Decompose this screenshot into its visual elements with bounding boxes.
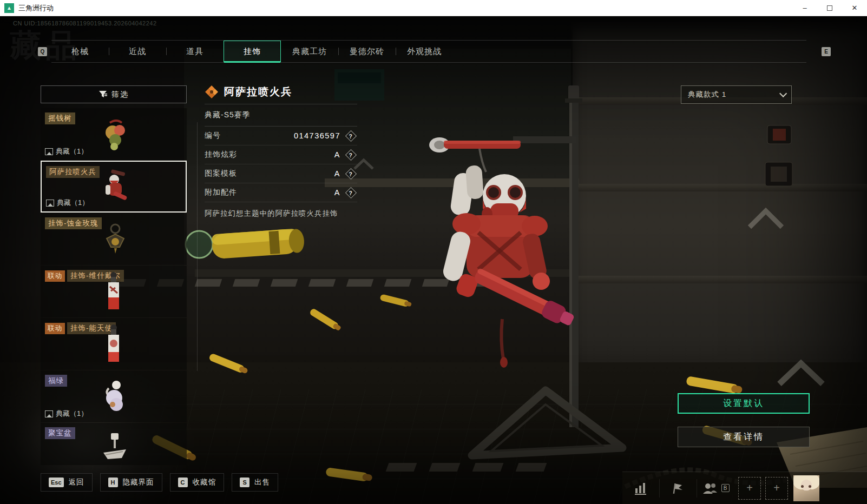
app-window: ▲ 三角洲行动 – ✕ — [0, 0, 867, 504]
list-item-gilded-rose[interactable]: 挂饰-蚀金玫瑰 — [41, 213, 187, 265]
tab-gear[interactable]: 道具 — [166, 41, 224, 62]
close-button[interactable]: ✕ — [842, 0, 867, 16]
picture-icon — [46, 200, 54, 207]
tab-mandel-brick[interactable]: 曼德尔砖 — [338, 41, 396, 62]
report-button[interactable] — [660, 476, 697, 500]
hotkey-sell[interactable]: S 出售 — [232, 473, 278, 492]
detail-row-serial: 编号 014736597 ? — [205, 127, 357, 145]
hotkey-collection-hall[interactable]: C 收藏馆 — [170, 473, 225, 492]
charm-thumbnail — [95, 220, 133, 258]
empty-slot-add-1[interactable]: + — [738, 477, 761, 500]
tabbar-bottom-line — [51, 62, 806, 63]
flag-icon — [671, 482, 685, 495]
picture-icon — [45, 410, 53, 417]
charm-name: 福绿 — [45, 375, 67, 387]
charm-season: 典藏-S5赛季 — [205, 104, 357, 126]
charm-thumbnail — [95, 116, 133, 152]
charm-title: 阿萨拉喷火兵 — [224, 85, 292, 99]
charm-name: 阿萨拉喷火兵 — [46, 166, 100, 178]
s-key: S — [240, 478, 249, 487]
minimize-button[interactable]: – — [792, 0, 817, 16]
esc-key: Esc — [49, 478, 64, 487]
empty-slot-add-2[interactable]: + — [765, 477, 788, 500]
game-viewport: CN UID:185618786081199019453.20260404224… — [0, 16, 867, 504]
help-icon[interactable]: ? — [345, 187, 357, 198]
linkage-badge: 联动 — [45, 270, 65, 282]
charm-thumbnail — [95, 431, 133, 465]
serial-value: 014736597 — [294, 131, 340, 140]
list-item-wisadel[interactable]: 联动 挂饰-维什戴尔 — [41, 266, 187, 317]
view-details-button[interactable]: 查看详情 — [678, 427, 810, 447]
charm-rarity-icon — [205, 85, 219, 99]
charm-sidebar: 筛选 摇钱树 典藏（1） 阿萨拉喷火兵 — [41, 85, 187, 465]
charm-thumbnail — [95, 377, 133, 415]
friends-button[interactable]: B — [697, 476, 734, 500]
maximize-icon — [827, 5, 832, 11]
panel-divider — [197, 122, 198, 371]
help-icon[interactable]: ? — [345, 149, 357, 160]
accessory-value: A — [334, 188, 340, 197]
hotkey-bar: Esc 返回 H 隐藏界面 C 收藏馆 S 出售 — [41, 473, 278, 492]
h-key: H — [108, 478, 118, 487]
list-item-exusiai[interactable]: 联动 挂饰-能天使 — [41, 318, 187, 370]
collection-count: 典藏（1） — [45, 147, 88, 156]
list-item-fulu[interactable]: 福绿 典藏（1） — [41, 370, 187, 422]
hotkey-hide-ui[interactable]: H 隐藏界面 — [100, 473, 162, 492]
player-uid: CN UID:185618786081199019453.20260404224… — [13, 20, 157, 26]
filter-button[interactable]: 筛选 — [41, 85, 187, 103]
charm-name: 聚宝盆 — [45, 427, 75, 439]
charm-thumbnail — [99, 271, 128, 311]
set-default-button[interactable]: 设置默认 — [678, 393, 810, 414]
detail-row-accessory: 附加配件 A ? — [205, 183, 357, 202]
os-title-bar: ▲ 三角洲行动 – ✕ — [0, 0, 867, 16]
charm-thumbnail — [95, 169, 133, 204]
maximize-button[interactable] — [817, 0, 842, 16]
bar-chart-icon — [634, 482, 648, 495]
help-icon[interactable]: ? — [345, 168, 357, 179]
list-item-asara-flamethrower[interactable]: 阿萨拉喷火兵 典藏（1） — [41, 161, 187, 213]
collection-count: 典藏（1） — [45, 409, 88, 419]
hotkey-back[interactable]: Esc 返回 — [41, 473, 93, 492]
status-strip: B + + — [622, 472, 867, 504]
help-icon[interactable]: ? — [345, 130, 357, 141]
game-logo-icon: ▲ — [4, 3, 14, 13]
window-title: 三角洲行动 — [18, 3, 54, 13]
chevron-down-icon — [779, 90, 787, 97]
linkage-badge: 联动 — [45, 323, 65, 334]
collection-count: 典藏（1） — [46, 198, 89, 208]
next-tab-key[interactable]: E — [822, 47, 831, 56]
colorway-value: A — [334, 150, 340, 159]
picture-icon — [45, 148, 53, 155]
stats-button[interactable] — [622, 476, 659, 500]
style-dropdown[interactable]: 典藏款式 1 — [681, 85, 792, 104]
charm-description: 阿萨拉幻想主题中的阿萨拉喷火兵挂饰 — [205, 209, 357, 218]
style-dropdown-value: 典藏款式 1 — [688, 90, 726, 100]
charm-detail-panel: 阿萨拉喷火兵 典藏-S5赛季 编号 014736597 ? 挂饰炫彩 A ? 图… — [205, 80, 357, 218]
list-item-money-tree[interactable]: 摇钱树 典藏（1） — [41, 108, 187, 160]
filter-label: 筛选 — [111, 90, 129, 100]
charm-list: 摇钱树 典藏（1） 阿萨拉喷火兵 — [41, 108, 187, 465]
friends-icon — [702, 482, 718, 495]
prev-tab-key[interactable]: Q — [38, 47, 47, 56]
player-avatar[interactable] — [793, 475, 819, 501]
category-tabbar: Q 枪械 近战 道具 挂饰 典藏工坊 曼德尔砖 外观挑战 E — [32, 40, 806, 63]
tab-collection-workshop[interactable]: 典藏工坊 — [281, 41, 338, 62]
charm-name: 摇钱树 — [45, 112, 75, 124]
tab-firearms[interactable]: 枪械 — [51, 41, 109, 62]
c-key: C — [178, 478, 188, 487]
detail-row-pattern: 图案模板 A ? — [205, 164, 357, 183]
pattern-value: A — [334, 169, 340, 178]
detail-row-colorway: 挂饰炫彩 A ? — [205, 145, 357, 164]
tab-charms[interactable]: 挂饰 — [224, 41, 281, 62]
tab-appearance-challenge[interactable]: 外观挑战 — [396, 41, 453, 62]
tab-melee[interactable]: 近战 — [109, 41, 166, 62]
funnel-icon — [98, 90, 107, 98]
charm-name: 挂饰-蚀金玫瑰 — [45, 217, 102, 229]
charm-thumbnail — [99, 324, 128, 364]
friends-hotkey: B — [721, 484, 730, 492]
list-item-treasure-bowl[interactable]: 聚宝盆 — [41, 423, 187, 465]
